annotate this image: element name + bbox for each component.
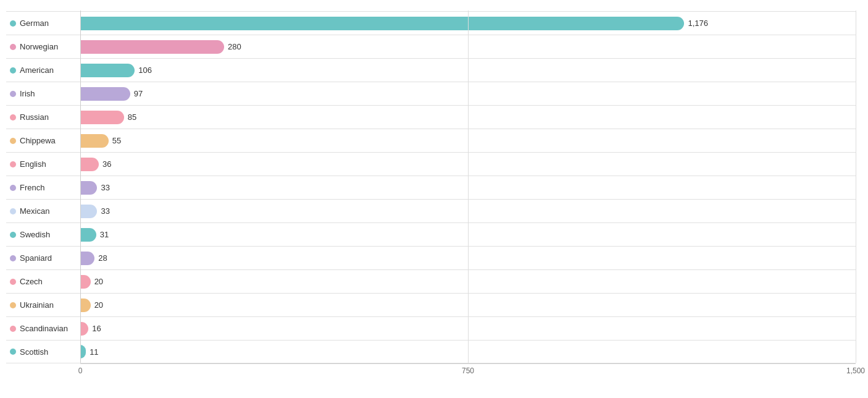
bar-row: Scottish11 [6,340,856,363]
bar-value-label: 97 [134,89,143,98]
bar-label: Mexican [6,206,80,216]
bar-cell: 280 [80,40,856,54]
bar-fill [80,181,97,195]
bar-value-label: 33 [101,206,109,216]
bar-row: German1,176 [6,11,856,35]
bar-value-label: 85 [128,112,136,122]
bar-row: Russian85 [6,105,856,129]
bar-row: Irish97 [6,82,856,105]
bar-dot [10,279,16,285]
bar-value-label: 28 [98,253,107,263]
bar-fill [80,275,91,289]
bar-fill [80,17,684,30]
bar-dot [10,349,16,355]
bar-row: Mexican33 [6,199,856,222]
bar-dot [10,232,16,238]
bar-value-label: 36 [102,159,111,169]
bar-fill [80,158,99,171]
bar-value-label: 55 [112,136,121,145]
bar-dot [10,161,16,167]
bar-label: Scandinavian [6,324,80,333]
bar-cell: 11 [80,345,856,358]
bar-label: French [6,183,80,192]
bar-value-label: 11 [90,347,98,357]
bar-label-text: Ukrainian [20,300,54,310]
bar-cell: 33 [80,205,856,218]
bar-dot [10,326,16,332]
bar-dot [10,208,16,214]
bar-label-text: Swedish [20,230,50,239]
bar-label-text: Irish [20,89,35,98]
bar-value-label: 106 [138,66,152,75]
bar-dot [10,67,16,74]
bar-dot [10,20,16,27]
bar-fill [80,64,135,77]
bar-row: Scandinavian16 [6,316,856,340]
bar-cell: 16 [80,322,856,336]
bar-row: Spaniard28 [6,246,856,269]
bar-fill [80,205,97,218]
bar-label-text: Chippewa [20,136,56,145]
bar-cell: 106 [80,64,856,77]
bar-dot [10,255,16,261]
bar-fill [80,345,86,358]
bar-fill [80,134,109,148]
axis-tick: 0 [78,366,83,375]
chart-area: German1,176Norwegian280American106Irish9… [6,11,856,363]
bar-label-text: Russian [20,112,49,122]
bar-fill [80,298,91,312]
bar-cell: 36 [80,158,856,171]
bar-label-text: Scottish [20,347,48,357]
bar-label: English [6,159,80,169]
bar-label: Norwegian [6,42,80,51]
bar-label: American [6,66,80,75]
bar-value-label: 16 [92,324,101,333]
bar-fill [80,228,96,242]
bar-label-text: Scandinavian [20,324,68,333]
bar-label-text: Norwegian [20,42,58,51]
bar-label: Russian [6,112,80,122]
bar-row: Swedish31 [6,222,856,246]
bar-dot [10,91,16,97]
bar-fill [80,111,124,124]
bar-value-label: 31 [100,230,109,239]
bar-fill [80,87,130,101]
bar-dot [10,44,16,50]
bar-label-text: English [20,159,46,169]
bar-row: Chippewa55 [6,129,856,152]
bar-label-text: Mexican [20,206,49,216]
bar-cell: 20 [80,275,856,289]
bar-label-text: French [20,183,44,192]
bar-label: Chippewa [6,136,80,145]
bar-label-text: Czech [20,277,43,286]
bar-cell: 20 [80,298,856,312]
grid-line [856,11,856,363]
bar-label: Swedish [6,230,80,239]
bar-cell: 97 [80,87,856,101]
bar-dot [10,114,16,121]
bar-label-text: German [20,19,49,28]
bar-label-text: American [20,66,54,75]
bar-cell: 31 [80,228,856,242]
bar-value-label: 20 [94,300,103,310]
bar-label: Czech [6,277,80,286]
bar-cell: 28 [80,252,856,265]
bar-value-label: 33 [101,183,109,192]
bar-row: Ukrainian20 [6,293,856,316]
bar-label: Ukrainian [6,300,80,310]
bar-label: German [6,19,80,28]
bar-label: Spaniard [6,253,80,263]
bar-value-label: 1,176 [688,19,708,28]
bar-row: French33 [6,176,856,199]
bar-fill [80,252,94,265]
bar-label: Scottish [6,347,80,357]
bar-cell: 1,176 [80,17,856,30]
bar-fill [80,322,88,336]
bar-dot [10,185,16,191]
bar-cell: 85 [80,111,856,124]
bar-row: Norwegian280 [6,35,856,58]
axis-tick: 750 [462,366,474,375]
bar-label-text: Spaniard [20,253,52,263]
bar-value-label: 20 [94,277,103,286]
bar-dot [10,302,16,308]
